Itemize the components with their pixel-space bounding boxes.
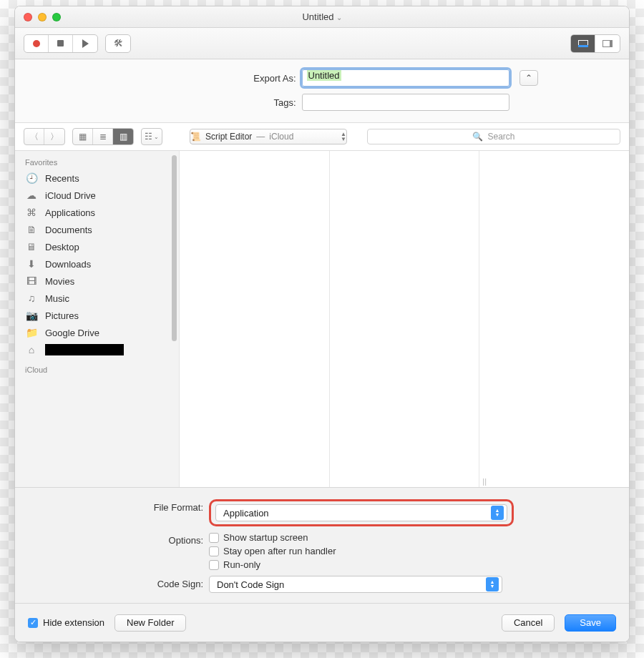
camera-icon: 📷 bbox=[25, 310, 38, 321]
cloud-icon: ☁ bbox=[25, 190, 38, 201]
sidebar-heading-icloud: iCloud bbox=[15, 358, 179, 377]
column-view-button[interactable]: ▥ bbox=[113, 129, 133, 144]
folder-icon: 📁 bbox=[25, 327, 38, 338]
sidebar-item-applications[interactable]: ⌘Applications bbox=[15, 204, 179, 221]
save-dialog-window: Untitled⌄ 🛠 Export As: Untitled ⌃ Tags: bbox=[14, 6, 630, 642]
build-button[interactable]: 🛠 bbox=[106, 35, 130, 52]
file-format-value: Application bbox=[223, 508, 269, 519]
options-label: Options: bbox=[28, 532, 203, 546]
updown-icon: ▲▼ bbox=[491, 506, 504, 520]
new-folder-button[interactable]: New Folder bbox=[114, 614, 186, 632]
script-icon: 📜 bbox=[190, 132, 201, 142]
search-placeholder: Search bbox=[487, 132, 514, 142]
column-2[interactable] bbox=[330, 151, 480, 487]
export-as-label: Export As: bbox=[107, 73, 296, 84]
checkbox-icon bbox=[209, 560, 219, 570]
play-icon bbox=[82, 39, 89, 48]
option-show-startup[interactable]: Show startup screen bbox=[209, 532, 336, 543]
resize-grip-icon[interactable]: || bbox=[479, 477, 489, 487]
titlebar: Untitled⌄ bbox=[15, 6, 629, 28]
nav-back-forward: 〈 〉 bbox=[24, 128, 65, 145]
stop-button[interactable] bbox=[49, 35, 73, 52]
location-place: iCloud bbox=[269, 132, 293, 142]
sidebar-item-pictures[interactable]: 📷Pictures bbox=[15, 307, 179, 324]
record-button[interactable] bbox=[24, 35, 49, 52]
pane-side-icon bbox=[602, 40, 613, 47]
search-field[interactable]: 🔍 Search bbox=[367, 129, 620, 144]
expand-dialog-button[interactable]: ⌃ bbox=[519, 70, 538, 86]
run-controls bbox=[24, 34, 98, 53]
location-popup[interactable]: 📜 Script Editor — iCloud ▲▼ bbox=[190, 129, 347, 144]
chevron-up-icon: ⌃ bbox=[525, 73, 532, 83]
list-view-button[interactable]: ≣ bbox=[93, 129, 113, 144]
side-pane-toggle[interactable] bbox=[595, 35, 620, 52]
bottom-pane-toggle[interactable] bbox=[571, 35, 595, 52]
group-menu[interactable]: ☷⌄ bbox=[141, 128, 162, 145]
sidebar-item-recents[interactable]: 🕘Recents bbox=[15, 170, 179, 187]
zoom-window-button[interactable] bbox=[52, 13, 61, 21]
code-sign-select[interactable]: Don't Code Sign ▲▼ bbox=[209, 576, 502, 593]
sidebar-item-home[interactable]: ⌂ bbox=[15, 341, 179, 358]
checkbox-icon bbox=[209, 533, 219, 543]
sidebar-heading-favorites: Favorites bbox=[15, 151, 179, 170]
export-header: Export As: Untitled ⌃ Tags: bbox=[15, 59, 629, 122]
nav-back-button[interactable]: 〈 bbox=[24, 129, 44, 144]
browser-toolbar: 〈 〉 ▦ ≣ ▥ ☷⌄ 📜 Script Editor — iCloud ▲▼… bbox=[15, 122, 629, 151]
sidebar-item-music[interactable]: ♫Music bbox=[15, 290, 179, 307]
export-as-value: Untitled bbox=[307, 70, 341, 81]
export-as-input[interactable]: Untitled bbox=[302, 69, 509, 87]
group-icon: ☷⌄ bbox=[142, 129, 162, 144]
column-view[interactable]: || bbox=[180, 151, 629, 487]
sidebar-item-downloads[interactable]: ⬇Downloads bbox=[15, 255, 179, 272]
hammer-icon: 🛠 bbox=[114, 38, 123, 49]
build-controls: 🛠 bbox=[105, 34, 131, 53]
sidebar-item-documents[interactable]: 🗎Documents bbox=[15, 221, 179, 238]
sidebar-item-google-drive[interactable]: 📁Google Drive bbox=[15, 324, 179, 341]
option-stay-open[interactable]: Stay open after run handler bbox=[209, 546, 336, 556]
window-title: Untitled⌄ bbox=[15, 11, 629, 22]
minimize-window-button[interactable] bbox=[38, 13, 47, 21]
stepper-icon: ▲▼ bbox=[341, 132, 346, 142]
pane-bottom-icon bbox=[578, 40, 588, 47]
view-mode-segment: ▦ ≣ ▥ bbox=[72, 128, 134, 145]
sidebar-item-movies[interactable]: 🎞Movies bbox=[15, 272, 179, 290]
nav-forward-button[interactable]: 〉 bbox=[44, 129, 64, 144]
option-run-only[interactable]: Run-only bbox=[209, 559, 336, 570]
app-icon: ⌘ bbox=[25, 207, 38, 218]
column-3[interactable]: || bbox=[479, 151, 629, 487]
code-sign-value: Don't Code Sign bbox=[217, 579, 284, 590]
column-1[interactable] bbox=[180, 151, 330, 487]
record-icon bbox=[33, 40, 40, 47]
cancel-button[interactable]: Cancel bbox=[502, 614, 555, 632]
doc-icon: 🗎 bbox=[25, 224, 38, 235]
close-window-button[interactable] bbox=[24, 13, 32, 21]
movie-icon: 🎞 bbox=[25, 275, 38, 287]
music-icon: ♫ bbox=[25, 293, 38, 304]
location-app: Script Editor bbox=[205, 132, 252, 142]
download-icon: ⬇ bbox=[25, 258, 38, 270]
sidebar-item-desktop[interactable]: 🖥Desktop bbox=[15, 238, 179, 255]
options-panel: File Format: Application ▲▼ Options: Sho… bbox=[15, 487, 629, 603]
file-browser: Favorites 🕘Recents ☁iCloud Drive ⌘Applic… bbox=[15, 151, 629, 487]
sidebar-item-icloud-drive[interactable]: ☁iCloud Drive bbox=[15, 187, 179, 204]
redacted-label bbox=[45, 344, 124, 355]
dialog-footer: ✓ Hide extension New Folder Cancel Save bbox=[15, 603, 629, 642]
checkbox-checked-icon: ✓ bbox=[28, 618, 38, 628]
clock-icon: 🕘 bbox=[25, 172, 38, 184]
save-button[interactable]: Save bbox=[565, 614, 616, 632]
hide-extension-checkbox[interactable]: ✓ Hide extension bbox=[28, 617, 104, 628]
icon-view-button[interactable]: ▦ bbox=[73, 129, 93, 144]
file-format-select[interactable]: Application ▲▼ bbox=[215, 504, 507, 521]
scrollbar[interactable] bbox=[172, 155, 177, 341]
window-title-text: Untitled bbox=[302, 11, 333, 22]
stop-icon bbox=[57, 40, 64, 46]
file-format-label: File Format: bbox=[28, 499, 203, 513]
tags-input[interactable] bbox=[302, 94, 509, 111]
updown-icon: ▲▼ bbox=[486, 577, 499, 591]
desktop-icon: 🖥 bbox=[25, 241, 38, 252]
play-button[interactable] bbox=[73, 35, 97, 52]
sidebar: Favorites 🕘Recents ☁iCloud Drive ⌘Applic… bbox=[15, 151, 180, 487]
file-format-highlight: Application ▲▼ bbox=[209, 499, 514, 526]
search-icon: 🔍 bbox=[472, 132, 483, 142]
editor-toolbar: 🛠 bbox=[15, 28, 629, 59]
